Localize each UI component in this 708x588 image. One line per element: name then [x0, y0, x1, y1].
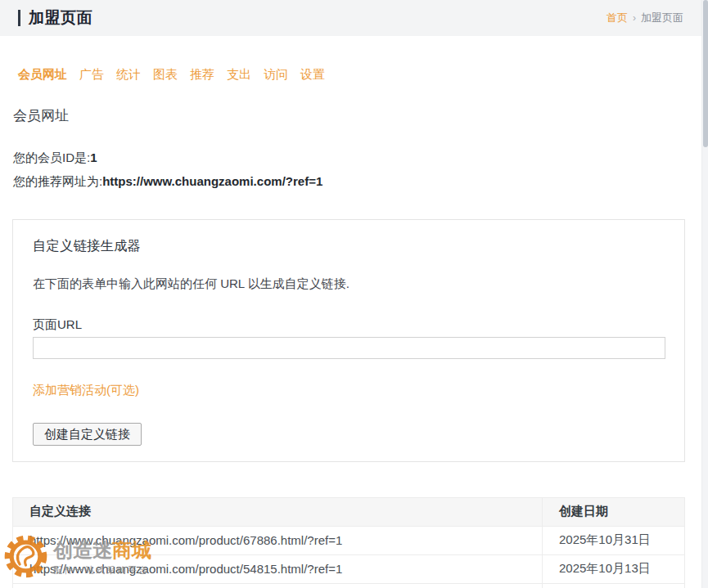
tab-referrals[interactable]: 推荐: [190, 67, 214, 83]
page-header: 加盟页面 首页 › 加盟页面: [0, 0, 708, 36]
page-url-input[interactable]: [33, 337, 665, 359]
generator-title: 自定义链接生成器: [33, 237, 665, 255]
breadcrumb: 首页 › 加盟页面: [607, 11, 683, 25]
vertical-scrollbar-thumb[interactable]: [703, 0, 708, 147]
generator-description: 在下面的表单中输入此网站的任何 URL 以生成自定义链接.: [33, 276, 665, 292]
referral-url-line: 您的推荐网址为:https://www.chuangzaomi.com/?ref…: [13, 169, 685, 193]
tab-graphs[interactable]: 图表: [153, 67, 178, 83]
tab-statistics[interactable]: 统计: [116, 67, 141, 83]
tab-visits[interactable]: 访问: [264, 67, 288, 83]
tab-member-urls[interactable]: 会员网址: [18, 67, 67, 83]
breadcrumb-current: 加盟页面: [641, 11, 683, 25]
custom-link-date: 2025年10月5日: [543, 583, 685, 588]
main-content: 会员网址 广告 统计 图表 推荐 支出 访问 设置 会员网址 您的会员ID是:1…: [12, 67, 685, 588]
table-header-row: 自定义连接 创建日期: [13, 497, 685, 526]
custom-links-table: 自定义连接 创建日期 https://www.chuangzaomi.com/p…: [12, 497, 685, 588]
section-heading: 会员网址: [12, 106, 685, 125]
tab-settings[interactable]: 设置: [300, 67, 325, 83]
member-info-block: 您的会员ID是:1 您的推荐网址为:https://www.chuangzaom…: [12, 146, 685, 194]
page-url-label: 页面URL: [33, 317, 665, 333]
title-accent-bar: [18, 10, 20, 26]
member-id-line: 您的会员ID是:1: [13, 146, 685, 169]
page-title: 加盟页面: [29, 7, 92, 29]
member-id-label: 您的会员ID是:: [13, 150, 90, 164]
create-custom-link-button[interactable]: 创建自定义链接: [33, 423, 142, 446]
tab-ads[interactable]: 广告: [79, 67, 104, 83]
table-row: https://www.chuangzaomi.com/product/5481…: [13, 554, 685, 583]
table-row: https://www.chuangzaomi.com/product/6788…: [13, 526, 685, 554]
custom-link-date: 2025年10月13日: [543, 554, 685, 583]
column-header-date: 创建日期: [543, 497, 685, 526]
link-generator-box: 自定义链接生成器 在下面的表单中输入此网站的任何 URL 以生成自定义链接. 页…: [12, 219, 685, 462]
vertical-scrollbar-track[interactable]: [701, 0, 708, 588]
affiliate-tab-row: 会员网址 广告 统计 图表 推荐 支出 访问 设置: [12, 67, 685, 83]
breadcrumb-home-link[interactable]: 首页: [607, 11, 628, 25]
tab-payouts[interactable]: 支出: [227, 67, 251, 83]
table-row: https://www.chuangzaomi.com/product/3976…: [13, 583, 685, 588]
custom-link-url: https://www.chuangzaomi.com/product/3976…: [13, 583, 543, 588]
referral-url-label: 您的推荐网址为:: [13, 174, 102, 188]
custom-link-url: https://www.chuangzaomi.com/product/6788…: [13, 526, 543, 554]
member-id-value: 1: [90, 150, 97, 164]
custom-link-date: 2025年10月31日: [543, 526, 685, 554]
column-header-link: 自定义连接: [13, 497, 543, 526]
page-title-wrap: 加盟页面: [18, 7, 92, 29]
referral-url-value: https://www.chuangzaomi.com/?ref=1: [102, 174, 322, 188]
custom-link-url: https://www.chuangzaomi.com/product/5481…: [13, 554, 543, 583]
chevron-right-icon: ›: [633, 12, 636, 24]
add-campaign-link[interactable]: 添加营销活动(可选): [33, 383, 139, 398]
